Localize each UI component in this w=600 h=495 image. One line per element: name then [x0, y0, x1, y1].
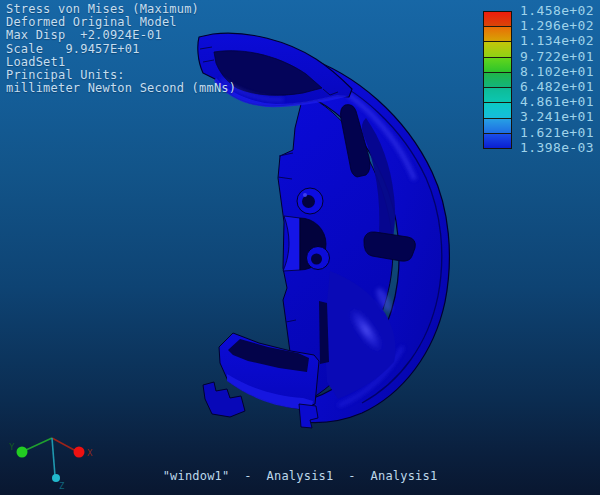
- bolt-hole-lower: [311, 254, 322, 265]
- legend-color-segment: [484, 87, 511, 102]
- legend-value: 1.134e+02: [520, 34, 598, 48]
- legend-color-segment: [484, 72, 511, 87]
- legend-color-segment: [484, 102, 511, 117]
- legend-value: 1.621e+01: [520, 126, 598, 140]
- legend-value: 6.482e+01: [520, 80, 598, 94]
- bolt-hole-upper: [302, 195, 315, 208]
- x-axis-line: [52, 438, 76, 451]
- orientation-triad: X Y Z: [9, 438, 93, 491]
- y-axis-line: [26, 438, 52, 450]
- y-axis-ball: [17, 447, 28, 458]
- x-axis-label: X: [87, 448, 93, 458]
- legend-value: 9.722e+01: [520, 50, 598, 64]
- legend-color-segment: [484, 12, 511, 26]
- legend-color-segment: [484, 41, 511, 56]
- legend-value: 3.241e+01: [520, 110, 598, 124]
- legend-value: 1.458e+02: [520, 4, 598, 18]
- window-title: "window1" - Analysis1 - Analysis1: [0, 469, 600, 483]
- legend-color-segment: [484, 57, 511, 72]
- y-axis-label: Y: [9, 442, 15, 452]
- legend-color-segment: [484, 133, 511, 148]
- legend-value: 4.861e+01: [520, 95, 598, 109]
- legend: 1.458e+02 1.296e+02 1.134e+02 9.722e+01 …: [0, 0, 600, 170]
- bolt-hole-glint: [303, 193, 307, 197]
- legend-color-segment: [484, 26, 511, 41]
- bottom-tab: [299, 404, 318, 428]
- legend-value: 1.398e-03: [520, 141, 598, 155]
- legend-value: 8.102e+01: [520, 65, 598, 79]
- legend-color-segment: [484, 118, 511, 133]
- x-axis-ball: [74, 447, 85, 458]
- legend-color-bar: [483, 11, 512, 149]
- results-viewport: X Y Z Stress von Mises (Maximum) Deforme…: [0, 0, 600, 495]
- legend-value: 1.296e+02: [520, 19, 598, 33]
